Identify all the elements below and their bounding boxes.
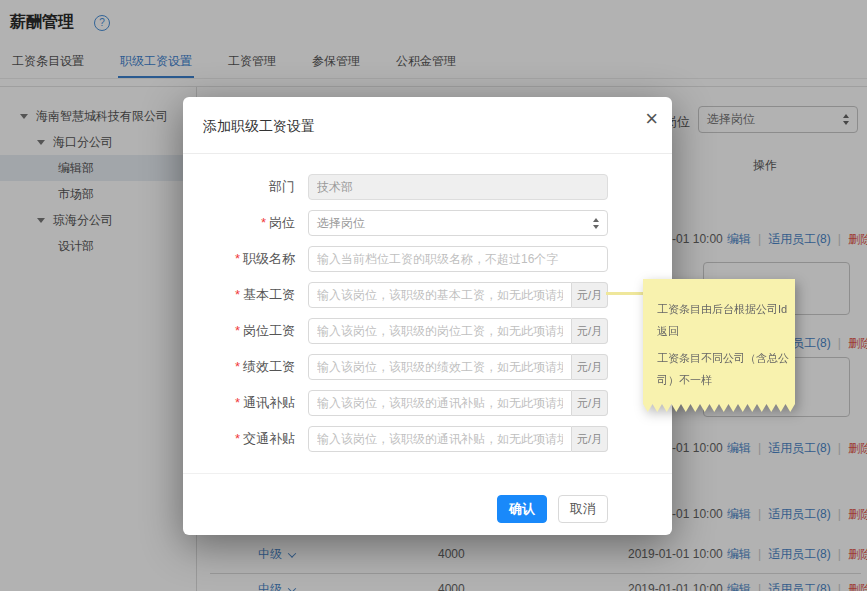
form-row-performance-salary: *绩效工资 元/月 xyxy=(183,354,672,380)
position-label: *岗位 xyxy=(183,214,295,232)
required-mark: * xyxy=(235,359,240,374)
dialog-header: 添加职级工资设置 × xyxy=(183,97,672,154)
communication-allowance-label: *通讯补贴 xyxy=(183,394,295,412)
department-label: 部门 xyxy=(183,178,295,196)
level-name-input[interactable] xyxy=(308,246,608,272)
post-salary-input[interactable] xyxy=(308,318,572,344)
unit-suffix: 元/月 xyxy=(572,318,608,344)
unit-suffix: 元/月 xyxy=(572,426,608,452)
base-salary-label: *基本工资 xyxy=(183,286,295,304)
performance-salary-input[interactable] xyxy=(308,354,572,380)
performance-salary-label: *绩效工资 xyxy=(183,358,295,376)
cancel-button[interactable]: 取消 xyxy=(558,495,608,523)
sticky-note: 工资条目由后台根据公司Id返回 工资条目不同公司（含总公司）不一样 xyxy=(643,279,795,412)
required-mark: * xyxy=(235,395,240,410)
form-row-post-salary: *岗位工资 元/月 xyxy=(183,318,672,344)
form-row-level-name: *职级名称 xyxy=(183,246,672,272)
required-mark: * xyxy=(235,431,240,446)
add-level-salary-dialog: 添加职级工资设置 × 部门 *岗位 选择岗位 *职级名称 xyxy=(183,97,672,535)
level-name-label: *职级名称 xyxy=(183,250,295,268)
position-select-value: 选择岗位 xyxy=(317,215,365,232)
confirm-button[interactable]: 确认 xyxy=(497,495,547,523)
footer-divider xyxy=(183,473,672,474)
note-connector-line xyxy=(606,292,645,295)
note-text-line2: 工资条目不同公司（含总公司）不一样 xyxy=(657,347,791,391)
form-row-position: *岗位 选择岗位 xyxy=(183,210,672,236)
form-row-base-salary: *基本工资 元/月 xyxy=(183,282,672,308)
dialog-footer: 确认 取消 xyxy=(497,495,608,523)
position-select[interactable]: 选择岗位 xyxy=(308,210,608,236)
dialog-title: 添加职级工资设置 xyxy=(203,118,315,136)
unit-suffix: 元/月 xyxy=(572,282,608,308)
close-icon[interactable]: × xyxy=(645,108,658,130)
form-row-department: 部门 xyxy=(183,174,672,200)
note-text-line1: 工资条目由后台根据公司Id返回 xyxy=(657,298,791,342)
required-mark: * xyxy=(235,251,240,266)
note-torn-edge xyxy=(643,404,795,412)
select-arrows-icon xyxy=(593,218,599,229)
unit-suffix: 元/月 xyxy=(572,354,608,380)
form-row-transport-allowance: *交通补贴 元/月 xyxy=(183,426,672,452)
required-mark: * xyxy=(261,215,266,230)
base-salary-input[interactable] xyxy=(308,282,572,308)
required-mark: * xyxy=(235,287,240,302)
dialog-body: 部门 *岗位 选择岗位 *职级名称 *基本工资 元/ xyxy=(183,154,672,452)
transport-allowance-label: *交通补贴 xyxy=(183,430,295,448)
communication-allowance-input[interactable] xyxy=(308,390,572,416)
department-input xyxy=(308,174,608,200)
post-salary-label: *岗位工资 xyxy=(183,322,295,340)
transport-allowance-input[interactable] xyxy=(308,426,572,452)
form-row-communication-allowance: *通讯补贴 元/月 xyxy=(183,390,672,416)
unit-suffix: 元/月 xyxy=(572,390,608,416)
required-mark: * xyxy=(235,323,240,338)
